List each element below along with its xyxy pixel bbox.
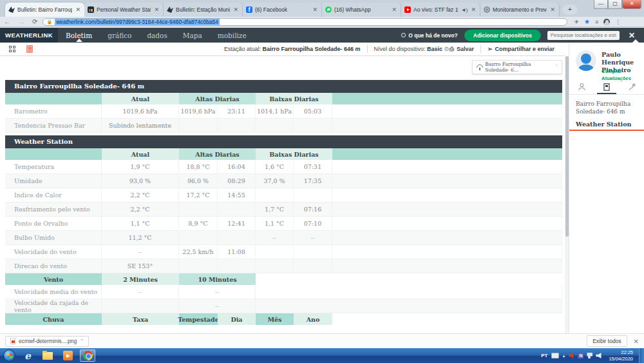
png-file-icon	[10, 338, 15, 344]
download-chevron-icon[interactable]: ⌃	[80, 338, 84, 344]
browser-tab[interactable]: Monitoramento e Previsão - Bra✕	[480, 3, 560, 17]
new-tab-button[interactable]: +	[562, 5, 578, 15]
cell-atual: 11,2 °C	[102, 231, 179, 244]
navbar-close-icon[interactable]: ✕	[626, 31, 638, 40]
tab-close-icon[interactable]: ✕	[312, 6, 318, 13]
header-filler	[332, 93, 562, 104]
share-button[interactable]: ➣ Compartilhar e enviar	[488, 46, 554, 52]
cell-alta: 1019,6 hPa	[179, 104, 218, 118]
nav-item-mobilize[interactable]: mobilize	[210, 32, 254, 39]
bookmark-star-icon[interactable]: ★	[584, 18, 590, 25]
updates-link[interactable]: Atualizações	[601, 75, 631, 81]
row-label: Barometro	[5, 104, 102, 118]
chrome-taskbar-icon[interactable]	[80, 349, 95, 362]
cell-alta-time	[218, 259, 256, 273]
speaker-icon[interactable]	[596, 353, 601, 358]
nav-item-mapa[interactable]: Mapa	[175, 32, 210, 39]
clock-time: 22:25	[609, 349, 633, 356]
divider	[367, 45, 368, 53]
nav-item-boletim[interactable]: Boletim	[58, 32, 100, 39]
header-dia: Dia	[218, 313, 256, 325]
tab-close-icon[interactable]: ✕	[391, 6, 397, 13]
station-selector-label: Bairro Farroupilha Soledade- 6...	[485, 61, 552, 73]
start-button[interactable]	[3, 349, 15, 362]
cell-alta-time: 16:04	[218, 160, 256, 173]
download-filename: ecmwf-determinis....png	[19, 338, 77, 344]
close-window-button[interactable]: ✕	[622, 0, 641, 9]
tab-devices[interactable]	[600, 83, 614, 91]
nav-item-gráfico[interactable]: gráfico	[100, 32, 139, 39]
keyboard-icon[interactable]	[551, 353, 559, 358]
internet-explorer-icon[interactable]: e	[20, 349, 35, 362]
tab-title: Personal Weather Station Dashb	[97, 6, 151, 13]
download-bar-close-icon[interactable]: ✕	[634, 338, 639, 345]
sidebar-section-weather-station[interactable]: Weather Station	[576, 121, 631, 128]
tab-close-icon[interactable]: ✕	[153, 6, 160, 13]
station-selector-dropdown[interactable]: Bairro Farroupilha Soledade- 6... ˅	[472, 60, 562, 74]
scrollbar-thumb[interactable]	[565, 56, 569, 237]
add-devices-button[interactable]: Adicionar dispositivos	[464, 30, 541, 41]
sidebar-station-name[interactable]: Bairro Farroupilha Soledade- 646 m	[576, 101, 644, 115]
tab-settings[interactable]	[624, 83, 639, 91]
report-icon[interactable]	[26, 45, 33, 53]
buy-link[interactable]: Comprar	[601, 68, 621, 74]
media-player-icon[interactable]	[60, 349, 75, 362]
header-filler	[332, 148, 562, 160]
save-label: Salvar	[457, 46, 474, 52]
gear-icon[interactable]: ⚙	[444, 46, 450, 52]
extension-icon[interactable]: ✈	[574, 19, 579, 25]
search-input[interactable]	[547, 31, 620, 40]
language-indicator[interactable]: PT	[541, 353, 547, 358]
back-button[interactable]: ←	[0, 17, 14, 26]
app-tray-icon[interactable]: N	[578, 353, 583, 358]
cell-alta: 18,8 °C	[179, 160, 218, 173]
cell-baixa	[256, 188, 294, 202]
cell-alta: 17,2 °C	[179, 188, 218, 202]
browser-tab[interactable]: Personal Weather Station Dashb✕	[84, 3, 164, 17]
show-desktop-button[interactable]	[639, 348, 644, 363]
save-button[interactable]: ⎙ Salvar	[450, 46, 474, 53]
whats-new-link[interactable]: O que há de novo?	[401, 32, 458, 39]
header-atual: Atual	[102, 93, 179, 104]
tab-close-icon[interactable]: ✕	[549, 6, 556, 13]
cell-baixa: 37,0 %	[256, 174, 294, 188]
download-item[interactable]: ecmwf-determinis....png ⌃	[5, 336, 89, 347]
network-icon[interactable]	[587, 353, 592, 358]
browser-tab[interactable]: Bulletin: Bairro Farroupilha Soled✕	[5, 3, 84, 17]
tab-audio-icon[interactable]: ◄)	[461, 7, 468, 13]
browser-tab[interactable]: Bulletin: Estação Municipal-Sitio✕	[164, 3, 243, 17]
nav-item-dados[interactable]: dados	[139, 32, 175, 39]
cell-filler	[332, 104, 562, 118]
taskbar-clock[interactable]: 22:25 15/04/2020	[609, 349, 633, 362]
grid-view-icon[interactable]	[9, 46, 16, 53]
wrench-icon	[628, 83, 636, 91]
cell-baixa-time	[294, 188, 332, 202]
menu-icon[interactable]: ⋮	[615, 19, 621, 25]
muted-volume-icon[interactable]	[569, 353, 574, 358]
browser-tab[interactable]: (16) WhatsApp✕	[322, 3, 401, 17]
tray-expand-icon[interactable]: ▲	[562, 354, 566, 358]
address-bar[interactable]: 🔒 weatherlink.com/bulletin/997d99c3-3164…	[43, 18, 567, 26]
tab-close-icon[interactable]: ✕	[470, 6, 477, 13]
tab-close-icon[interactable]: ✕	[232, 6, 239, 13]
forward-button[interactable]: →	[14, 17, 28, 26]
window-controls: — ▢ ✕	[594, 0, 641, 9]
browser-tab[interactable]: f(6) Facebook✕	[243, 3, 322, 17]
cell-baixa: 1,7 °C	[256, 202, 294, 216]
reading-list-icon[interactable]: ≡	[595, 19, 598, 25]
header-atual: Atual	[102, 148, 179, 160]
tab-account[interactable]	[574, 83, 589, 91]
refresh-button[interactable]: ⟳	[28, 17, 41, 26]
minimize-button[interactable]: —	[594, 0, 608, 9]
profile-avatar-icon[interactable]	[603, 19, 610, 25]
bookmark-icon: ⎙	[450, 46, 454, 53]
browser-tab[interactable]: Ao vivo: STF faz 1ª sessão pl◄)✕	[401, 3, 480, 17]
file-explorer-icon[interactable]	[40, 349, 55, 362]
show-all-downloads-button[interactable]: Exibir todos	[587, 335, 627, 347]
url-text[interactable]: weatherlink.com/bulletin/997d99c3-3164-4…	[55, 19, 220, 25]
tab-close-icon[interactable]: ✕	[75, 6, 81, 13]
weatherlink-logo[interactable]: WEATHERLINK	[0, 28, 58, 43]
maximize-button[interactable]: ▢	[608, 0, 622, 9]
header-tempestade: Tempestade	[179, 313, 218, 325]
divider	[480, 45, 481, 53]
